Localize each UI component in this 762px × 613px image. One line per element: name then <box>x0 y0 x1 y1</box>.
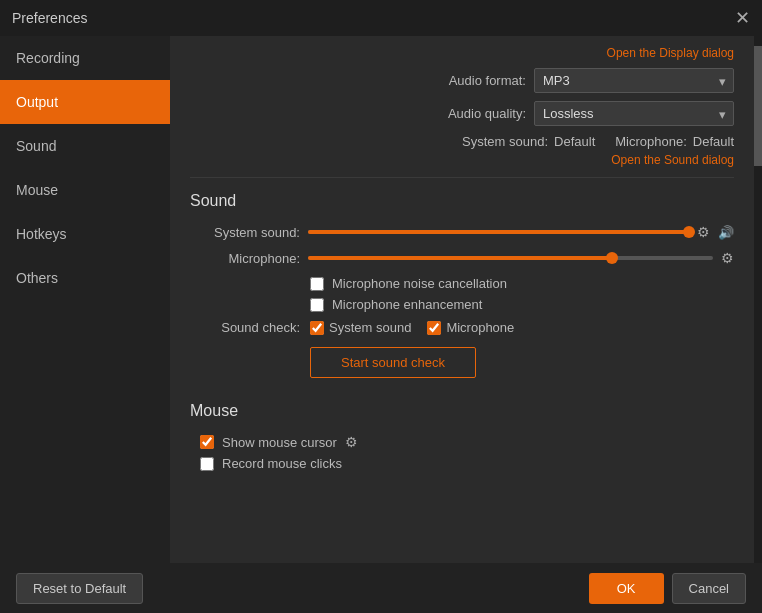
microphone-gear-icon[interactable]: ⚙ <box>721 250 734 266</box>
system-sound-info-value: Default <box>554 134 595 149</box>
noise-cancellation-label[interactable]: Microphone noise cancellation <box>332 276 507 291</box>
close-button[interactable]: ✕ <box>735 9 750 27</box>
bottom-bar: Reset to Default OK Cancel <box>0 563 762 613</box>
microphone-info-label: Microphone: <box>615 134 687 149</box>
microphone-slider-thumb[interactable] <box>606 252 618 264</box>
record-mouse-clicks-label[interactable]: Record mouse clicks <box>222 456 342 471</box>
mouse-section-title: Mouse <box>190 402 734 420</box>
system-sound-slider-thumb[interactable] <box>683 226 695 238</box>
right-buttons: OK Cancel <box>589 573 746 604</box>
audio-quality-select[interactable]: Lossless High Medium Low <box>534 101 734 126</box>
show-mouse-cursor-label[interactable]: Show mouse cursor <box>222 435 337 450</box>
mouse-section: Mouse Show mouse cursor ⚙ Record mouse c… <box>190 402 734 471</box>
microphone-info-value: Default <box>693 134 734 149</box>
sound-info-row: System sound: Default Microphone: Defaul… <box>190 134 734 149</box>
microphone-enhance-row: Microphone enhancement <box>310 297 734 312</box>
audio-quality-row: Audio quality: Lossless High Medium Low <box>190 101 734 126</box>
mouse-options: Show mouse cursor ⚙ Record mouse clicks <box>200 434 734 471</box>
sidebar-item-output[interactable]: Output <box>0 80 170 124</box>
content-inner: Open the Display dialog Audio format: MP… <box>170 36 754 563</box>
sidebar-item-sound[interactable]: Sound <box>0 124 170 168</box>
start-sound-check-button[interactable]: Start sound check <box>310 347 476 378</box>
sound-check-microphone-checkbox[interactable] <box>427 321 441 335</box>
system-sound-gear-icon[interactable]: ⚙ <box>697 224 710 240</box>
sidebar-item-hotkeys[interactable]: Hotkeys <box>0 212 170 256</box>
microphone-slider-row: Microphone: ⚙ <box>190 250 734 266</box>
sound-section-title: Sound <box>190 192 734 210</box>
content-area: Open the Display dialog Audio format: MP… <box>170 36 754 563</box>
system-sound-slider-fill <box>308 230 689 234</box>
system-sound-info-label: System sound: <box>462 134 548 149</box>
microphone-enhance-label[interactable]: Microphone enhancement <box>332 297 482 312</box>
audio-format-select-wrapper: MP3 AAC WAV <box>534 68 734 93</box>
show-mouse-cursor-row: Show mouse cursor ⚙ <box>200 434 734 450</box>
titlebar: Preferences ✕ <box>0 0 762 36</box>
record-mouse-clicks-checkbox[interactable] <box>200 457 214 471</box>
sound-check-microphone-label[interactable]: Microphone <box>427 320 514 335</box>
sidebar-item-recording[interactable]: Recording <box>0 36 170 80</box>
show-mouse-cursor-checkbox[interactable] <box>200 435 214 449</box>
scrollbar-thumb[interactable] <box>754 46 762 166</box>
open-sound-dialog-link[interactable]: Open the Sound dialog <box>190 153 734 167</box>
microphone-slider-fill <box>308 256 612 260</box>
microphone-slider[interactable] <box>308 256 713 260</box>
open-display-dialog-link[interactable]: Open the Display dialog <box>190 46 734 60</box>
sound-check-label: Sound check: <box>190 320 300 335</box>
record-mouse-clicks-row: Record mouse clicks <box>200 456 734 471</box>
sidebar: Recording Output Sound Mouse Hotkeys Oth… <box>0 36 170 563</box>
system-sound-slider-label: System sound: <box>190 225 300 240</box>
sound-check-options: System sound Microphone <box>310 320 514 335</box>
microphone-options: Microphone noise cancellation Microphone… <box>310 276 734 312</box>
audio-format-row: Audio format: MP3 AAC WAV <box>190 68 734 93</box>
sound-check-row: Sound check: System sound Microphone <box>190 320 734 335</box>
audio-quality-select-wrapper: Lossless High Medium Low <box>534 101 734 126</box>
ok-button[interactable]: OK <box>589 573 664 604</box>
system-sound-speaker-icon[interactable]: 🔊 <box>718 225 734 240</box>
reset-to-default-button[interactable]: Reset to Default <box>16 573 143 604</box>
microphone-enhance-checkbox[interactable] <box>310 298 324 312</box>
sidebar-item-others[interactable]: Others <box>0 256 170 300</box>
sidebar-item-mouse[interactable]: Mouse <box>0 168 170 212</box>
cancel-button[interactable]: Cancel <box>672 573 746 604</box>
main-layout: Recording Output Sound Mouse Hotkeys Oth… <box>0 36 762 563</box>
audio-format-label: Audio format: <box>449 73 526 88</box>
sound-check-system-checkbox[interactable] <box>310 321 324 335</box>
preferences-window: Preferences ✕ Recording Output Sound Mou… <box>0 0 762 613</box>
system-sound-info: System sound: Default <box>462 134 595 149</box>
scrollbar-track[interactable] <box>754 36 762 563</box>
section-divider-1 <box>190 177 734 178</box>
sound-check-microphone-text: Microphone <box>446 320 514 335</box>
system-sound-slider[interactable] <box>308 230 689 234</box>
noise-cancellation-row: Microphone noise cancellation <box>310 276 734 291</box>
sound-check-system-label[interactable]: System sound <box>310 320 411 335</box>
audio-quality-label: Audio quality: <box>448 106 526 121</box>
window-title: Preferences <box>12 10 87 26</box>
show-mouse-cursor-gear-icon[interactable]: ⚙ <box>345 434 358 450</box>
noise-cancellation-checkbox[interactable] <box>310 277 324 291</box>
system-sound-slider-row: System sound: ⚙ 🔊 <box>190 224 734 240</box>
microphone-slider-label: Microphone: <box>190 251 300 266</box>
sound-check-system-text: System sound <box>329 320 411 335</box>
audio-format-select[interactable]: MP3 AAC WAV <box>534 68 734 93</box>
microphone-info: Microphone: Default <box>615 134 734 149</box>
